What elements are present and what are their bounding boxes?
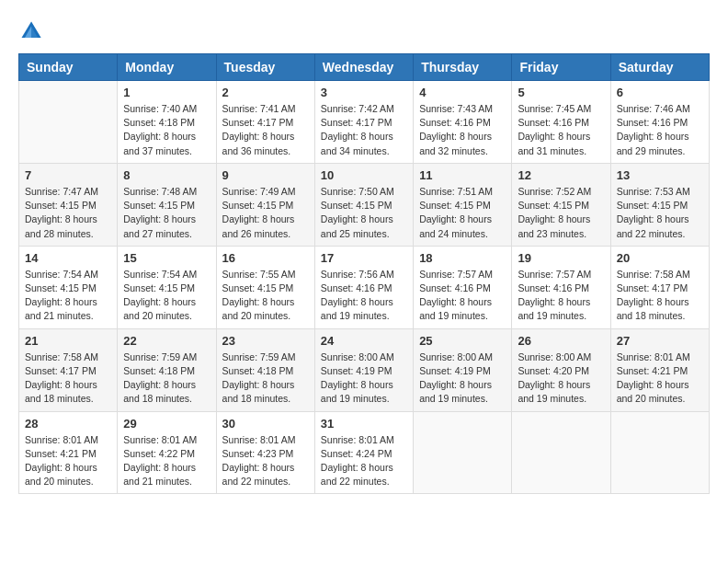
daylight-text: Daylight: 8 hours and 18 minutes. xyxy=(222,378,309,406)
sunrise-text: Sunrise: 8:00 AM xyxy=(321,350,407,364)
sunset-text: Sunset: 4:15 PM xyxy=(518,199,604,213)
sunrise-text: Sunrise: 7:57 AM xyxy=(419,268,506,282)
daylight-text: Daylight: 8 hours and 19 minutes. xyxy=(419,295,506,323)
day-info: Sunrise: 8:01 AMSunset: 4:21 PMDaylight:… xyxy=(617,350,703,407)
day-info: Sunrise: 8:00 AMSunset: 4:19 PMDaylight:… xyxy=(321,350,407,407)
sunset-text: Sunset: 4:21 PM xyxy=(617,364,703,378)
day-info: Sunrise: 7:59 AMSunset: 4:18 PMDaylight:… xyxy=(222,350,309,407)
calendar-cell: 29Sunrise: 8:01 AMSunset: 4:22 PMDayligh… xyxy=(118,411,216,494)
day-number: 3 xyxy=(321,86,407,99)
sunrise-text: Sunrise: 7:47 AM xyxy=(25,185,111,199)
daylight-text: Daylight: 8 hours and 23 minutes. xyxy=(518,213,604,240)
sunrise-text: Sunrise: 7:58 AM xyxy=(617,268,703,282)
day-number: 15 xyxy=(123,251,210,265)
daylight-text: Daylight: 8 hours and 19 minutes. xyxy=(518,378,604,406)
calendar-cell: 1Sunrise: 7:40 AMSunset: 4:18 PMDaylight… xyxy=(118,81,216,164)
day-info: Sunrise: 7:52 AMSunset: 4:15 PMDaylight:… xyxy=(518,185,604,241)
daylight-text: Daylight: 8 hours and 27 minutes. xyxy=(123,213,210,240)
sunset-text: Sunset: 4:19 PM xyxy=(419,364,506,378)
calendar-cell: 2Sunrise: 7:41 AMSunset: 4:17 PMDaylight… xyxy=(216,81,314,164)
sunrise-text: Sunrise: 7:48 AM xyxy=(123,185,210,199)
sunset-text: Sunset: 4:15 PM xyxy=(222,282,309,295)
day-number: 27 xyxy=(617,334,703,348)
calendar-week-row: 21Sunrise: 7:58 AMSunset: 4:17 PMDayligh… xyxy=(19,328,710,411)
sunrise-text: Sunrise: 7:57 AM xyxy=(518,268,604,282)
sunset-text: Sunset: 4:24 PM xyxy=(321,447,407,461)
day-number: 14 xyxy=(25,251,111,265)
daylight-text: Daylight: 8 hours and 36 minutes. xyxy=(222,130,309,157)
calendar-week-row: 28Sunrise: 8:01 AMSunset: 4:21 PMDayligh… xyxy=(19,411,710,494)
calendar-cell: 8Sunrise: 7:48 AMSunset: 4:15 PMDaylight… xyxy=(118,163,216,246)
calendar-cell: 20Sunrise: 7:58 AMSunset: 4:17 PMDayligh… xyxy=(610,246,709,328)
day-number: 4 xyxy=(419,86,506,99)
daylight-text: Daylight: 8 hours and 22 minutes. xyxy=(321,461,407,488)
day-info: Sunrise: 7:57 AMSunset: 4:16 PMDaylight:… xyxy=(518,268,604,324)
daylight-text: Daylight: 8 hours and 20 minutes. xyxy=(222,295,309,323)
calendar-week-row: 14Sunrise: 7:54 AMSunset: 4:15 PMDayligh… xyxy=(19,246,710,328)
day-info: Sunrise: 7:45 AMSunset: 4:16 PMDaylight:… xyxy=(518,102,604,158)
calendar-cell: 13Sunrise: 7:53 AMSunset: 4:15 PMDayligh… xyxy=(610,163,709,246)
sunset-text: Sunset: 4:20 PM xyxy=(518,364,604,378)
sunset-text: Sunset: 4:18 PM xyxy=(123,116,210,130)
sunset-text: Sunset: 4:18 PM xyxy=(123,364,210,378)
daylight-text: Daylight: 8 hours and 19 minutes. xyxy=(518,295,604,323)
sunset-text: Sunset: 4:16 PM xyxy=(518,116,604,130)
sunset-text: Sunset: 4:16 PM xyxy=(419,116,506,130)
sunset-text: Sunset: 4:23 PM xyxy=(222,447,309,461)
calendar-table: SundayMondayTuesdayWednesdayThursdayFrid… xyxy=(18,53,710,494)
calendar-cell: 26Sunrise: 8:00 AMSunset: 4:20 PMDayligh… xyxy=(512,328,610,411)
day-number: 30 xyxy=(222,417,309,431)
day-info: Sunrise: 7:57 AMSunset: 4:16 PMDaylight:… xyxy=(419,268,506,324)
daylight-text: Daylight: 8 hours and 37 minutes. xyxy=(123,130,210,157)
sunrise-text: Sunrise: 7:59 AM xyxy=(222,350,309,364)
calendar-cell: 28Sunrise: 8:01 AMSunset: 4:21 PMDayligh… xyxy=(19,411,118,494)
day-number: 23 xyxy=(222,334,309,348)
daylight-text: Daylight: 8 hours and 19 minutes. xyxy=(321,378,407,406)
day-info: Sunrise: 7:54 AMSunset: 4:15 PMDaylight:… xyxy=(25,268,111,324)
day-number: 6 xyxy=(617,86,703,99)
sunrise-text: Sunrise: 7:55 AM xyxy=(222,268,309,282)
sunrise-text: Sunrise: 8:00 AM xyxy=(419,350,506,364)
daylight-text: Daylight: 8 hours and 20 minutes. xyxy=(617,378,703,406)
calendar-cell: 6Sunrise: 7:46 AMSunset: 4:16 PMDaylight… xyxy=(610,81,709,164)
daylight-text: Daylight: 8 hours and 22 minutes. xyxy=(617,213,703,240)
sunrise-text: Sunrise: 8:01 AM xyxy=(123,433,210,447)
day-number: 16 xyxy=(222,251,309,265)
day-number: 19 xyxy=(518,251,604,265)
sunrise-text: Sunrise: 8:00 AM xyxy=(518,350,604,364)
day-number: 31 xyxy=(321,417,407,431)
sunrise-text: Sunrise: 7:42 AM xyxy=(321,102,407,116)
weekday-header: Thursday xyxy=(414,54,512,81)
sunset-text: Sunset: 4:17 PM xyxy=(321,116,407,130)
weekday-header: Sunday xyxy=(19,54,118,81)
daylight-text: Daylight: 8 hours and 19 minutes. xyxy=(419,378,506,406)
day-info: Sunrise: 8:00 AMSunset: 4:19 PMDaylight:… xyxy=(419,350,506,407)
sunset-text: Sunset: 4:16 PM xyxy=(617,116,703,130)
weekday-header: Saturday xyxy=(610,54,709,81)
calendar-cell: 19Sunrise: 7:57 AMSunset: 4:16 PMDayligh… xyxy=(512,246,610,328)
daylight-text: Daylight: 8 hours and 18 minutes. xyxy=(25,378,111,406)
day-info: Sunrise: 7:58 AMSunset: 4:17 PMDaylight:… xyxy=(617,268,703,324)
sunset-text: Sunset: 4:15 PM xyxy=(25,199,111,213)
sunset-text: Sunset: 4:15 PM xyxy=(25,282,111,295)
day-info: Sunrise: 7:43 AMSunset: 4:16 PMDaylight:… xyxy=(419,102,506,158)
daylight-text: Daylight: 8 hours and 29 minutes. xyxy=(617,130,703,157)
day-number: 25 xyxy=(419,334,506,348)
sunset-text: Sunset: 4:15 PM xyxy=(617,199,703,213)
day-info: Sunrise: 7:46 AMSunset: 4:16 PMDaylight:… xyxy=(617,102,703,158)
calendar-cell: 11Sunrise: 7:51 AMSunset: 4:15 PMDayligh… xyxy=(414,163,512,246)
sunrise-text: Sunrise: 7:50 AM xyxy=(321,185,407,199)
day-info: Sunrise: 7:59 AMSunset: 4:18 PMDaylight:… xyxy=(123,350,210,407)
sunrise-text: Sunrise: 7:45 AM xyxy=(518,102,604,116)
calendar-cell xyxy=(19,81,118,164)
calendar-cell: 9Sunrise: 7:49 AMSunset: 4:15 PMDaylight… xyxy=(216,163,314,246)
weekday-header: Tuesday xyxy=(216,54,314,81)
calendar-cell xyxy=(610,411,709,494)
sunrise-text: Sunrise: 8:01 AM xyxy=(617,350,703,364)
sunrise-text: Sunrise: 7:41 AM xyxy=(222,102,309,116)
day-number: 20 xyxy=(617,251,703,265)
sunset-text: Sunset: 4:16 PM xyxy=(518,282,604,295)
day-number: 1 xyxy=(123,86,210,99)
day-info: Sunrise: 8:01 AMSunset: 4:24 PMDaylight:… xyxy=(321,433,407,489)
calendar-cell: 15Sunrise: 7:54 AMSunset: 4:15 PMDayligh… xyxy=(118,246,216,328)
